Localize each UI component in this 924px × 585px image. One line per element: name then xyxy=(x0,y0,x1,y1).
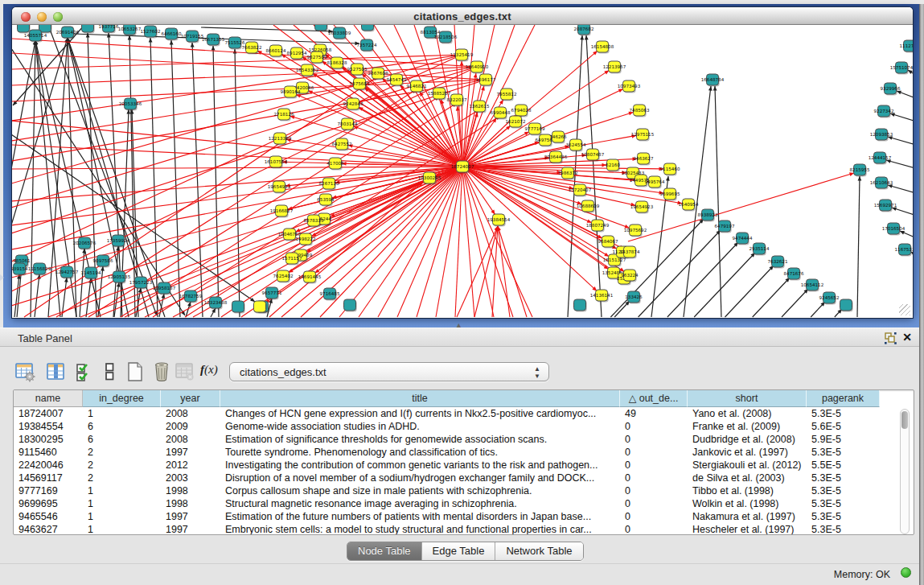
window-resize-grip[interactable] xyxy=(899,304,910,315)
graph-node[interactable]: 1640954 xyxy=(679,199,699,211)
table-row[interactable]: 1938455462009Genome-wide association stu… xyxy=(14,420,914,433)
row-height-icon[interactable] xyxy=(100,361,121,382)
graph-node[interactable] xyxy=(574,299,587,311)
table-row[interactable]: 2242004622012Investigating the contribut… xyxy=(14,459,914,472)
graph-node[interactable]: 8471676 xyxy=(784,268,804,280)
table-settings-icon[interactable] xyxy=(14,361,35,382)
graph-node[interactable]: 1937716 xyxy=(99,25,119,33)
graph-node[interactable]: 20206576 xyxy=(73,237,97,249)
graph-node[interactable]: 16648784 xyxy=(701,74,725,86)
table-vertical-scrollbar[interactable] xyxy=(900,409,910,534)
graph-node[interactable]: 10719155 xyxy=(181,31,204,43)
table-row[interactable]: 1830029562008Estimation of significance … xyxy=(14,433,914,446)
graph-node[interactable]: 6466160 xyxy=(162,28,182,40)
select-columns-icon[interactable] xyxy=(75,361,96,382)
memory-status-indicator[interactable] xyxy=(901,567,911,578)
graph-node[interactable]: 1167533 xyxy=(895,244,913,256)
graph-node[interactable] xyxy=(254,301,267,313)
table-row[interactable]: 1456911722003Disruption of a novel membe… xyxy=(14,472,914,484)
graph-node[interactable] xyxy=(82,25,95,33)
tab-node-table[interactable]: Node Table xyxy=(347,542,422,560)
graph-node[interactable]: 16782759 xyxy=(179,290,203,303)
tab-network-table[interactable]: Network Table xyxy=(495,542,582,560)
graph-node[interactable]: 17016504 xyxy=(882,223,906,235)
float-panel-icon[interactable] xyxy=(885,332,897,344)
close-panel-icon[interactable]: ✕ xyxy=(902,331,912,344)
graph-node[interactable]: 9474444 xyxy=(733,233,753,245)
graph-node[interactable]: 2087682 xyxy=(574,25,594,35)
graph-node[interactable]: 6990448 xyxy=(491,107,511,119)
graph-node[interactable]: 16154808 xyxy=(591,41,614,53)
graph-node[interactable]: 9463627 xyxy=(634,153,654,165)
column-header-short[interactable]: short xyxy=(688,390,807,407)
window-titlebar[interactable]: citations_edges.txt xyxy=(12,7,913,25)
graph-node[interactable]: 7955812 xyxy=(497,89,517,101)
graph-node[interactable]: 8215955 xyxy=(850,164,870,176)
column-header-pagerank[interactable]: pagerank xyxy=(807,390,880,407)
graph-node[interactable]: 9657771 xyxy=(262,287,282,299)
graph-node[interactable]: 14136141 xyxy=(590,290,614,302)
graph-node[interactable]: 1112718 xyxy=(900,40,913,52)
network-canvas[interactable]: 1405571420691406193771610653267152760264… xyxy=(12,25,913,318)
graph-node[interactable]: 2718126 xyxy=(274,109,294,121)
graph-node[interactable]: 19384554 xyxy=(487,214,511,226)
graph-node[interactable] xyxy=(315,25,328,31)
graph-node[interactable]: 417006 xyxy=(326,158,344,170)
table-row[interactable]: 911546021997Tourette syndrome. Phenomeno… xyxy=(14,446,914,459)
graph-node[interactable]: 16671355 xyxy=(202,34,225,46)
table-scrollbar-thumb[interactable] xyxy=(901,411,908,429)
graph-node[interactable]: 10653267 xyxy=(118,25,142,35)
graph-node[interactable]: 19654923 xyxy=(630,201,654,213)
graph-node[interactable]: 10807487 xyxy=(581,149,605,161)
graph-node[interactable]: 9245652 xyxy=(819,292,840,304)
table-row[interactable]: 1872400712008Changes of HCN gene express… xyxy=(14,407,914,420)
graph-node[interactable]: 20691406 xyxy=(56,27,80,39)
graph-node[interactable]: 12444157 xyxy=(869,152,892,164)
app-vertical-scrollbar[interactable] xyxy=(919,4,924,585)
graph-node[interactable]: 7485063 xyxy=(630,105,650,117)
column-header-out_de[interactable]: △ out_de... xyxy=(620,390,688,407)
graph-node[interactable]: 15751074 xyxy=(890,62,913,74)
graph-node[interactable]: 12905135 xyxy=(108,271,131,283)
graph-node[interactable]: 14691445 xyxy=(298,271,322,283)
graph-node[interactable]: 653594 xyxy=(317,194,335,206)
show-columns-icon[interactable] xyxy=(46,361,67,382)
graph-node[interactable] xyxy=(840,299,853,311)
function-builder-icon[interactable]: f(x) xyxy=(200,363,228,384)
graph-node[interactable]: 15692971 xyxy=(874,200,897,212)
table-row[interactable]: 946362711997Embryonic stem cells: a mode… xyxy=(14,523,914,535)
graph-node[interactable]: 3624554 xyxy=(566,139,586,151)
graph-node[interactable]: 6479197 xyxy=(715,220,735,233)
graph-node[interactable]: 62160 xyxy=(606,159,620,171)
graph-node[interactable]: 18640910 xyxy=(466,61,489,73)
graph-node[interactable]: 16210643 xyxy=(870,177,893,189)
graph-node[interactable]: 7357224 xyxy=(357,39,377,51)
graph-node[interactable] xyxy=(344,299,357,311)
graph-node[interactable]: 9227342 xyxy=(874,105,894,117)
graph-node[interactable]: 1145194 xyxy=(81,267,101,279)
table-selector-dropdown[interactable]: citations_edges.txt ▲▼ xyxy=(229,362,549,381)
table-row[interactable]: 946554611997Estimation of the future num… xyxy=(14,510,914,523)
column-header-in_degree[interactable]: in_degree xyxy=(83,390,161,407)
tab-edge-table[interactable]: Edge Table xyxy=(422,542,496,560)
graph-node[interactable] xyxy=(362,25,375,31)
graph-node[interactable]: 12975115 xyxy=(631,129,655,141)
graph-node[interactable]: 9699695 xyxy=(660,188,680,200)
graph-node[interactable] xyxy=(232,301,245,313)
column-header-year[interactable]: year xyxy=(161,390,220,407)
graph-node[interactable]: 6794028 xyxy=(511,105,532,117)
table-row[interactable]: 977716911998Corpus callosum shape and si… xyxy=(14,484,914,497)
graph-node[interactable]: 2935114 xyxy=(749,243,770,255)
graph-node[interactable]: 9115460 xyxy=(660,163,680,175)
graph-node[interactable]: 2867608 xyxy=(368,68,388,80)
graph-node[interactable]: 1362615 xyxy=(470,101,490,113)
graph-node[interactable]: 7632621 xyxy=(768,256,788,268)
graph-node[interactable]: 17359924 xyxy=(107,235,130,247)
graph-node[interactable]: 10654112 xyxy=(801,279,823,291)
column-header-name[interactable]: name xyxy=(14,390,83,407)
graph-node[interactable] xyxy=(18,25,31,33)
graph-node[interactable]: 9777169 xyxy=(525,123,545,135)
delete-column-icon[interactable] xyxy=(151,361,172,382)
collapsed-panel-arrow-icon[interactable] xyxy=(0,274,4,281)
pane-splitter[interactable]: ▲ xyxy=(0,318,919,328)
